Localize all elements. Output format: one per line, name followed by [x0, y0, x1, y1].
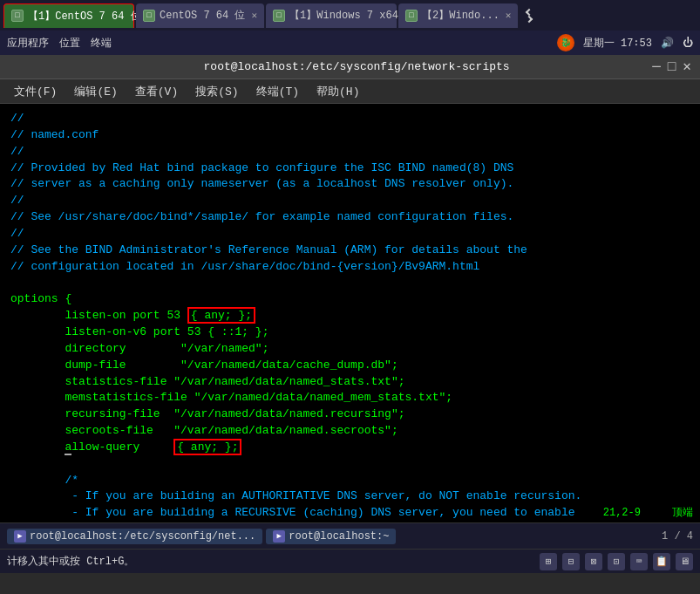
window-controls: ─ □ ✕	[652, 60, 691, 74]
status-page-info: 1 / 4	[662, 530, 693, 543]
tab-win7[interactable]: □ 【1】Windows 7 x64 ✕	[266, 3, 397, 28]
tab-icon-3: □	[273, 10, 285, 22]
taskbar-top: □ 【1】CentOS 7 64 位 ✕ □ CentOS 7 64 位 ✕ □…	[0, 0, 700, 31]
terminal-text: // // named.conf // // Provided by Red H…	[10, 111, 690, 522]
menu-search[interactable]: 搜索(S)	[188, 82, 245, 101]
tab-close-4[interactable]: ✕	[506, 10, 512, 21]
status-term-1[interactable]: ▶ root@localhost:/etc/sysconfig/net...	[7, 529, 262, 544]
sysbar-pos[interactable]: 位置	[59, 36, 80, 51]
tab-icon-1: □	[11, 10, 24, 22]
cursor-position: 21,2-9 顶端	[603, 506, 693, 521]
hint-icon-5[interactable]: ⌨	[630, 553, 648, 570]
hint-icon-1[interactable]: ⊞	[540, 553, 557, 570]
close-button[interactable]: ✕	[683, 60, 691, 74]
menubar: 文件(F) 编辑(E) 查看(V) 搜索(S) 终端(T) 帮助(H)	[0, 79, 700, 104]
hint-icon-6[interactable]: 📋	[653, 553, 670, 570]
terminal-icon-2: ▶	[273, 530, 285, 543]
status-label-1: root@localhost:/etc/sysconfig/net...	[30, 530, 255, 543]
tab-label-1: 【1】CentOS 7 64 位	[28, 9, 141, 24]
hintbar-icons: ⊞ ⊟ ⊠ ⊡ ⌨ 📋 🖥	[540, 553, 693, 570]
terminal-content[interactable]: // // named.conf // // Provided by Red H…	[0, 104, 700, 522]
sysbar: 应用程序 位置 终端 🐉 星期一 17∶53 🔊 ⏻	[0, 31, 700, 55]
menu-file[interactable]: 文件(F)	[7, 82, 64, 101]
status-label-2: root@localhost:~	[289, 530, 389, 543]
tab-icon-2: □	[143, 10, 155, 22]
terminal-icon-1: ▶	[14, 530, 26, 543]
hint-icon-7[interactable]: 🖥	[676, 553, 693, 570]
tab-scroll-arrows[interactable]	[523, 10, 535, 22]
datetime-label: 星期一 17∶53	[583, 36, 652, 51]
tab-label-2: CentOS 7 64 位	[160, 8, 245, 23]
tab-win-4[interactable]: □ 【2】Windo... ✕	[398, 3, 518, 28]
dragon-icon: 🐉	[557, 34, 574, 51]
tab-label-3: 【1】Windows 7 x64	[289, 8, 398, 23]
power-icon[interactable]: ⏻	[683, 37, 693, 50]
tab-centos7-active[interactable]: □ 【1】CentOS 7 64 位 ✕	[3, 3, 134, 28]
window-title: root@localhost:/etc/sysconfig/network-sc…	[61, 60, 652, 73]
hint-icon-2[interactable]: ⊟	[562, 553, 580, 570]
hint-text: 计移入其中或按 Ctrl+G。	[7, 554, 134, 569]
window-titlebar: root@localhost:/etc/sysconfig/network-sc…	[0, 55, 700, 79]
tab-close-2[interactable]: ✕	[251, 10, 257, 21]
hint-icon-3[interactable]: ⊠	[585, 553, 602, 570]
menu-edit[interactable]: 编辑(E)	[67, 82, 124, 101]
menu-help[interactable]: 帮助(H)	[309, 82, 366, 101]
menu-terminal[interactable]: 终端(T)	[249, 82, 306, 101]
minimize-button[interactable]: ─	[652, 60, 661, 74]
maximize-button[interactable]: □	[668, 60, 676, 74]
arrow-right-icon	[526, 15, 533, 22]
tab-icon-4: □	[405, 10, 418, 22]
hintbar: 计移入其中或按 Ctrl+G。 ⊞ ⊟ ⊠ ⊡ ⌨ 📋 🖥	[0, 549, 700, 573]
hint-icon-4[interactable]: ⊡	[608, 553, 625, 570]
sysbar-left: 应用程序 位置 终端	[7, 36, 112, 51]
statusbar: ▶ root@localhost:/etc/sysconfig/net... ▶…	[0, 522, 700, 549]
tab-centos7-2[interactable]: □ CentOS 7 64 位 ✕	[136, 3, 264, 28]
statusbar-left: ▶ root@localhost:/etc/sysconfig/net... ▶…	[7, 529, 396, 544]
volume-icon[interactable]: 🔊	[661, 37, 674, 50]
arrow-left-icon	[526, 8, 533, 15]
sysbar-right: 🐉 星期一 17∶53 🔊 ⏻	[557, 34, 693, 51]
tab-label-4: 【2】Windo...	[422, 8, 500, 23]
sysbar-terminal[interactable]: 终端	[91, 36, 112, 51]
sysbar-apps[interactable]: 应用程序	[7, 36, 49, 51]
status-term-2[interactable]: ▶ root@localhost:~	[266, 529, 396, 544]
menu-view[interactable]: 查看(V)	[128, 82, 185, 101]
